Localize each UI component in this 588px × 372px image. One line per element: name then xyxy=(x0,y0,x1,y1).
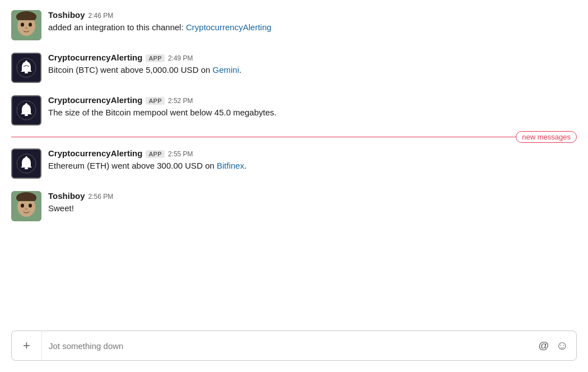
message-content: CryptocurrencyAlerting APP 2:55 PM Ether… xyxy=(48,148,577,173)
timestamp: 2:55 PM xyxy=(168,150,193,158)
sender-name: Toshiboy xyxy=(48,10,85,20)
svg-point-3 xyxy=(21,23,24,27)
sender-name: CryptocurrencyAlerting xyxy=(48,53,142,62)
message-content: CryptocurrencyAlerting APP 2:52 PM The s… xyxy=(48,95,577,119)
new-messages-badge: new messages xyxy=(516,131,577,143)
app-badge: APP xyxy=(146,150,165,158)
svg-point-21 xyxy=(25,208,28,210)
bitfinex-link[interactable]: Bitfinex xyxy=(217,161,244,170)
message-input[interactable] xyxy=(42,333,538,359)
timestamp: 2:46 PM xyxy=(88,12,114,20)
input-icons: @ ☺ xyxy=(538,338,576,353)
message-header: Toshiboy 2:46 PM xyxy=(48,10,577,20)
message-text: Bitcoin (BTC) went above 5,000.00 USD on… xyxy=(48,64,577,77)
avatar xyxy=(11,53,41,83)
svg-rect-14 xyxy=(25,168,28,169)
svg-point-20 xyxy=(29,204,32,208)
gemini-link[interactable]: Gemini xyxy=(212,65,239,75)
message-text-before: Ethereum (ETH) went above 300.00 USD on xyxy=(48,161,217,170)
new-messages-divider: new messages xyxy=(11,137,577,137)
message-text: The size of the Bitcoin mempool went bel… xyxy=(48,106,577,119)
message-content: Toshiboy 2:46 PM added an integration to… xyxy=(48,10,577,34)
app-badge: APP xyxy=(146,54,165,62)
avatar xyxy=(11,95,41,125)
chat-container: Toshiboy 2:46 PM added an integration to… xyxy=(0,0,588,372)
svg-rect-6 xyxy=(16,13,36,20)
svg-rect-11 xyxy=(25,114,28,116)
message-text: added an integration to this channel: Cr… xyxy=(48,21,577,34)
sender-name: CryptocurrencyAlerting xyxy=(48,95,142,105)
message-row: Toshiboy 2:46 PM added an integration to… xyxy=(11,9,577,41)
message-text-before: Bitcoin (BTC) went above 5,000.00 USD on xyxy=(48,65,212,75)
message-text-after: . xyxy=(239,65,241,75)
messages-area: Toshiboy 2:46 PM added an integration to… xyxy=(11,9,577,325)
message-content: CryptocurrencyAlerting APP 2:49 PM Bitco… xyxy=(48,53,577,77)
avatar xyxy=(11,191,41,221)
avatar xyxy=(11,148,41,179)
svg-rect-8 xyxy=(25,72,28,73)
emoji-button[interactable]: ☺ xyxy=(556,338,568,353)
message-text-content: The size of the Bitcoin mempool went bel… xyxy=(48,108,277,117)
plus-icon: + xyxy=(23,338,30,353)
svg-point-15 xyxy=(25,156,27,159)
message-input-area: + @ ☺ xyxy=(11,331,577,361)
bell-icon xyxy=(16,58,36,78)
svg-point-9 xyxy=(25,61,27,63)
message-row: Toshiboy 2:56 PM Sweet! xyxy=(11,190,577,222)
message-text-before: added an integration to this channel: xyxy=(48,22,186,32)
svg-rect-22 xyxy=(16,194,36,201)
avatar xyxy=(11,10,41,40)
message-text-content: Sweet! xyxy=(48,203,74,213)
message-header: Toshiboy 2:56 PM xyxy=(48,191,577,201)
bell-icon xyxy=(16,154,36,174)
bell-icon xyxy=(16,100,36,120)
svg-point-12 xyxy=(25,103,27,105)
message-text: Sweet! xyxy=(48,202,577,215)
sender-name: Toshiboy xyxy=(48,191,85,201)
message-content: Toshiboy 2:56 PM Sweet! xyxy=(48,191,577,215)
timestamp: 2:52 PM xyxy=(168,97,193,105)
divider-line xyxy=(11,137,577,137)
message-header: CryptocurrencyAlerting APP 2:49 PM xyxy=(48,53,577,62)
svg-point-5 xyxy=(25,27,28,29)
mention-button[interactable]: @ xyxy=(538,340,549,352)
add-attachment-button[interactable]: + xyxy=(12,331,42,360)
message-row: CryptocurrencyAlerting APP 2:49 PM Bitco… xyxy=(11,52,577,84)
message-text-after: . xyxy=(244,161,246,170)
app-badge: APP xyxy=(146,97,165,105)
svg-point-4 xyxy=(29,23,32,27)
timestamp: 2:56 PM xyxy=(88,193,114,201)
message-row: CryptocurrencyAlerting APP 2:52 PM The s… xyxy=(11,94,577,127)
svg-point-19 xyxy=(21,204,24,208)
message-text: Ethereum (ETH) went above 300.00 USD on … xyxy=(48,160,577,173)
integration-link[interactable]: CryptocurrencyAlerting xyxy=(186,22,272,32)
message-header: CryptocurrencyAlerting APP 2:52 PM xyxy=(48,95,577,105)
sender-name: CryptocurrencyAlerting xyxy=(48,148,142,158)
message-row: CryptocurrencyAlerting APP 2:55 PM Ether… xyxy=(11,147,577,180)
timestamp: 2:49 PM xyxy=(168,54,193,62)
message-header: CryptocurrencyAlerting APP 2:55 PM xyxy=(48,148,577,158)
